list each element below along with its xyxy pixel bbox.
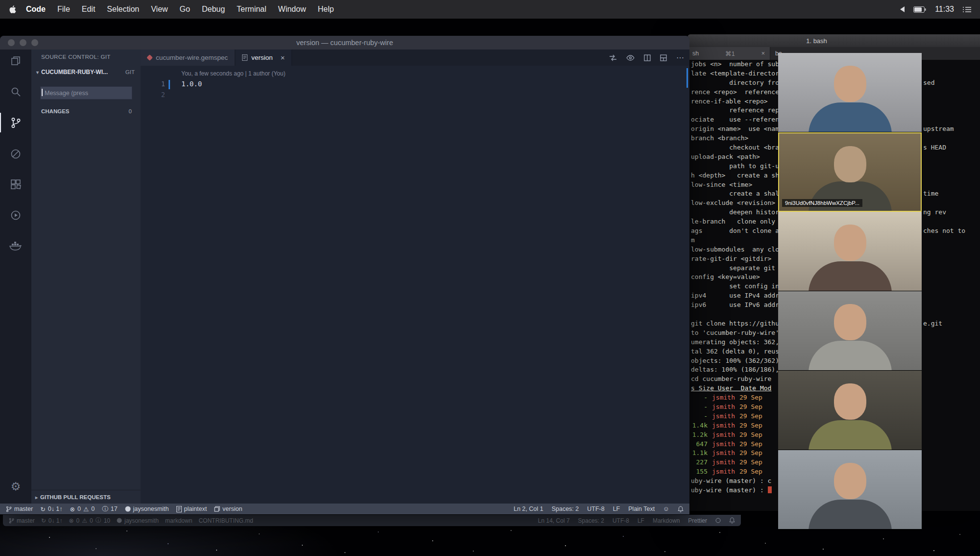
participant-video-tile[interactable] [778,291,922,371]
notifications-bell-icon[interactable] [729,517,735,524]
editor-actions: ⋯ [609,50,685,66]
participant-silhouette-head [834,146,866,182]
search-icon[interactable] [0,82,31,101]
participant-silhouette-head [834,66,866,102]
source-control-icon[interactable] [0,113,31,132]
extensions-icon[interactable] [0,175,31,194]
changes-section-header[interactable]: CHANGES 0 [31,105,141,117]
participants: 9ni3Ud0vfNJ8hbWwXZCjbP... [778,53,922,530]
cursor-position-status[interactable]: Ln 14, Col 7 [538,517,570,524]
run-debug-icon[interactable] [0,205,31,225]
more-actions-icon[interactable]: ⋯ [676,53,685,62]
info-status[interactable]: ⓘ17 [102,505,117,513]
source-control-sidebar: SOURCE CONTROL: GIT ▾ CUCUMBER-RUBY-WI..… [31,50,141,504]
language-status[interactable]: Markdown [653,517,680,524]
tab-version[interactable]: version × [235,50,292,66]
menu-item[interactable]: Edit [76,5,101,14]
open-preview-icon[interactable] [626,55,635,61]
split-editor-icon[interactable] [644,54,651,61]
menu-item[interactable]: Go [174,5,196,14]
code-line-text: 1.0.0 [181,80,202,88]
github-user-status[interactable]: jaysonesmith [125,505,169,512]
editor-tab-bar: cucumber-wire.gemspec version × [141,50,689,66]
sync-status[interactable]: ↻0↓ 1↑ [41,517,63,524]
terminal-title-bar[interactable]: 1. bash [687,34,980,47]
notification-chevron-icon[interactable] [900,6,905,12]
terminal-tab-shortcut: ⌘1 [725,50,735,57]
terminal-cursor [768,486,772,493]
battery-icon[interactable] [913,6,926,13]
circle-slash-icon[interactable] [0,144,31,164]
commit-message-input[interactable] [40,86,132,100]
menu-item[interactable]: Window [272,5,312,14]
codelens-annotation[interactable]: You, a few seconds ago | 1 author (You) [181,70,285,77]
docker-icon[interactable] [0,236,31,255]
close-button[interactable] [8,39,15,46]
minimize-button[interactable] [20,39,26,46]
apple-menu-icon[interactable] [9,5,16,14]
editor-layout-icon[interactable] [660,54,667,61]
indent-status[interactable]: Spaces: 2 [578,517,604,524]
participant-video-tile[interactable] [778,371,922,450]
menu-item-label: Edit [82,5,96,13]
tab-cucumber-wire-gemspec[interactable]: cucumber-wire.gemspec [141,50,235,66]
branch-status[interactable]: master [6,505,33,512]
participant-video-tile[interactable]: 9ni3Ud0vfNJ8hbWwXZCjbP... [778,132,922,212]
menu-list-icon[interactable] [963,6,971,13]
sidebar-header: SOURCE CONTROL: GIT [41,54,111,60]
problems-status[interactable]: ⊗0⚠0 [70,505,95,513]
menu-item[interactable]: Help [312,5,340,14]
video-call-strip: 9ni3Ud0vfNJ8hbWwXZCjbP... [778,53,922,530]
language-status[interactable]: Plain Text [628,505,655,512]
open-changes-icon[interactable] [609,54,617,61]
scm-provider-row[interactable]: ▾ CUCUMBER-RUBY-WI... GIT [36,69,135,76]
menu-item-label: Debug [202,5,225,13]
menu-item[interactable]: View [145,5,173,14]
branch-status[interactable]: master [9,517,35,524]
tab-label: cucumber-wire.gemspec [156,54,228,61]
menu-item-label: Help [318,5,334,13]
menu-bar-clock[interactable]: 11:33 [935,5,954,14]
cursor-position-status[interactable]: Ln 2, Col 1 [514,505,543,512]
formatter-status[interactable]: Prettier [688,517,707,524]
status-circle-icon[interactable] [715,518,721,523]
eol-status[interactable]: LF [613,505,620,512]
settings-gear-icon[interactable]: ⚙ [0,477,31,496]
notifications-bell-icon[interactable] [678,506,684,512]
terminal-tab-close-icon[interactable]: × [761,50,765,57]
zoom-button[interactable] [31,39,38,46]
participant-video-tile[interactable] [778,212,922,291]
terminal-tab-bash[interactable]: sh ⌘1 × [687,47,770,60]
participant-silhouette-body [808,500,892,530]
participant-video-tile[interactable] [778,53,922,132]
indent-status[interactable]: Spaces: 2 [552,505,579,512]
encoding-status[interactable]: UTF-8 [587,505,604,512]
view-status[interactable]: version [214,505,242,512]
menu-app-name[interactable]: Code [20,5,51,14]
participant-video-tile[interactable] [778,450,922,530]
close-tab-icon[interactable]: × [281,53,285,62]
github-user-status[interactable]: jaysonesmith [117,517,159,524]
menu-item-label: View [151,5,168,13]
sync-status[interactable]: ↻0↓ 1↑ [40,505,62,513]
menu-item[interactable]: Terminal [231,5,272,14]
menu-item[interactable]: File [51,5,76,14]
explorer-icon[interactable] [0,51,31,71]
encoding-status[interactable]: UTF-8 [612,517,629,524]
scm-provider-badge: GIT [125,69,135,75]
overview-ruler-change-marker [686,68,688,88]
problems-status[interactable]: ⊗0⚠0ⓘ10 [69,516,110,525]
menu-item[interactable]: Selection [101,5,145,14]
eol-status[interactable]: LF [637,517,644,524]
chevron-down-icon[interactable]: ▾ [36,70,39,75]
participant-silhouette-head [834,304,866,340]
mode-status[interactable]: markdown [165,517,192,524]
github-pull-requests-section[interactable]: ▸ GITHUB PULL REQUESTS [31,490,141,504]
participant-silhouette-body [808,420,892,450]
mode-status[interactable]: plaintext [176,505,207,512]
file-status[interactable]: CONTRIBUTING.md [198,517,253,524]
vscode-title-bar[interactable]: version — cucumber-ruby-wire [0,36,689,50]
menu-item[interactable]: Debug [196,5,231,14]
activity-bar: ⚙ [0,50,31,504]
feedback-smiley-icon[interactable]: ☺ [663,505,669,512]
